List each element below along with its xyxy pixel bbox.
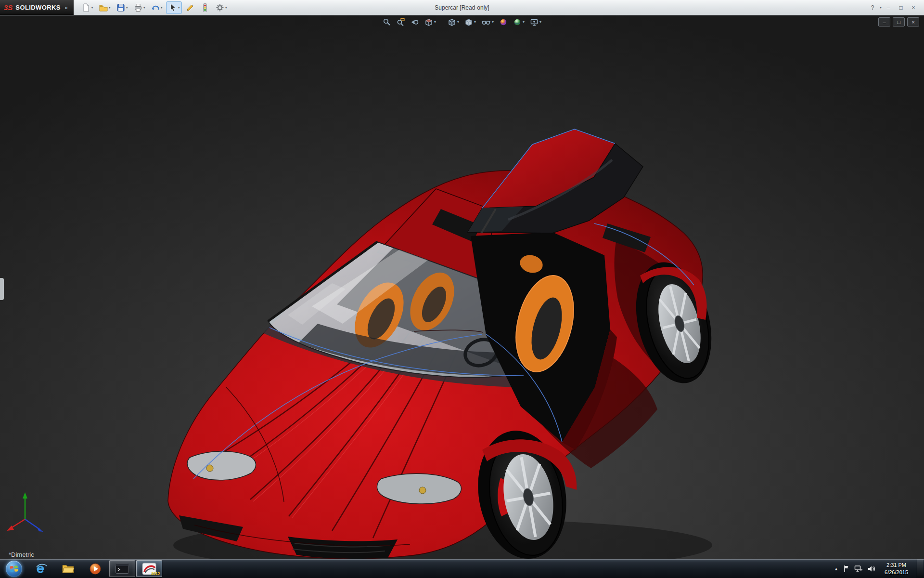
dropdown-caret[interactable]: ▾: [523, 20, 525, 24]
rebuild-button[interactable]: [198, 1, 212, 14]
display-style-button[interactable]: ▾: [463, 17, 477, 27]
dropdown-caret[interactable]: ▾: [457, 20, 459, 24]
solidworks-version-badge: 2015: [151, 571, 160, 576]
view-settings-icon: [530, 18, 539, 26]
volume-icon[interactable]: [867, 565, 876, 573]
rebuild-traffic-light-icon: [200, 3, 210, 13]
zoom-to-area-icon: [397, 18, 405, 26]
left-headlight[interactable]: [187, 451, 256, 480]
action-center-flag-icon[interactable]: [843, 565, 850, 573]
minimize-button[interactable]: –: [883, 3, 894, 13]
solidworks-window: 3S SOLIDWORKS » ▾ ▾ ▾: [0, 0, 924, 578]
undo-icon: [151, 3, 160, 13]
coordinate-triad: [7, 492, 43, 532]
taskbar-command-prompt[interactable]: [109, 560, 135, 577]
show-desktop-button[interactable]: [917, 559, 923, 578]
clock-date: 6/26/2015: [885, 569, 908, 576]
dropdown-caret[interactable]: ▾: [109, 6, 111, 10]
dropdown-caret[interactable]: ▾: [143, 6, 145, 10]
options-button[interactable]: ▾: [213, 1, 229, 14]
edit-appearance-ball-icon: [499, 18, 508, 26]
close-button[interactable]: ×: [908, 3, 919, 13]
graphics-area: ▾ ▾ ▾ ▾: [0, 15, 924, 559]
title-bar: 3S SOLIDWORKS » ▾ ▾ ▾: [0, 0, 924, 15]
sketch-pencil-icon: [185, 3, 195, 13]
feature-manager-collapsed-tab[interactable]: [0, 278, 4, 300]
supercar-model[interactable]: [168, 129, 723, 559]
display-style-icon: [464, 18, 473, 26]
open-button[interactable]: ▾: [97, 1, 113, 14]
dropdown-caret[interactable]: ▾: [126, 6, 128, 10]
sketch-button[interactable]: [183, 1, 197, 14]
dropdown-caret[interactable]: ▾: [474, 20, 476, 24]
folder-icon: [62, 564, 75, 574]
help-caret[interactable]: ▾: [880, 6, 882, 10]
command-prompt-icon: [116, 564, 129, 574]
help-button[interactable]: ?: [867, 3, 878, 13]
document-restore-button[interactable]: □: [893, 17, 905, 26]
dassault-logo-icon: 3S: [4, 3, 13, 12]
solidworks-logo[interactable]: 3S SOLIDWORKS »: [0, 0, 74, 15]
dropdown-caret[interactable]: ▾: [161, 6, 163, 10]
document-window-controls: – □ ×: [878, 17, 919, 26]
document-minimize-button[interactable]: –: [878, 17, 890, 26]
taskbar-windows-explorer[interactable]: [55, 560, 81, 577]
dropdown-caret[interactable]: ▾: [492, 20, 494, 24]
view-orientation-cube-icon: [448, 18, 456, 26]
print-icon: [133, 3, 143, 13]
section-view-button[interactable]: ▾: [424, 17, 437, 27]
document-title: Supercar [Read-only]: [435, 4, 489, 11]
hide-show-glasses-icon: [481, 18, 491, 26]
left-headlight-lens: [206, 465, 213, 472]
view-orientation-button[interactable]: ▾: [447, 17, 460, 27]
new-document-button[interactable]: ▾: [79, 1, 95, 14]
new-document-icon: [81, 3, 91, 13]
apply-scene-icon: [513, 18, 522, 26]
dropdown-caret[interactable]: ▾: [91, 6, 93, 10]
save-icon: [116, 3, 126, 13]
start-button[interactable]: [0, 559, 28, 578]
edit-appearance-button[interactable]: [498, 17, 509, 27]
brand-text: SOLIDWORKS: [15, 4, 61, 11]
windows-taskbar: 2015 ▴ 2:31 PM 6/26/2015: [0, 559, 924, 578]
taskbar-internet-explorer[interactable]: [28, 560, 54, 577]
clock-time: 2:31 PM: [885, 562, 908, 569]
save-button[interactable]: ▾: [114, 1, 130, 14]
apply-scene-button[interactable]: ▾: [512, 17, 526, 27]
zoom-to-fit-button[interactable]: [382, 17, 392, 27]
windows-orb-icon: [6, 561, 22, 577]
maximize-button[interactable]: □: [895, 3, 907, 13]
previous-view-icon: [411, 18, 419, 26]
network-icon[interactable]: [854, 565, 863, 573]
section-view-icon: [424, 18, 433, 26]
menu-expand-arrow[interactable]: »: [64, 4, 68, 11]
hidden-icons-button[interactable]: ▴: [834, 566, 839, 571]
media-player-icon: [89, 563, 102, 575]
options-gear-icon: [215, 3, 225, 13]
view-orientation-label: *Dimetric: [9, 551, 34, 558]
print-button[interactable]: ▾: [131, 1, 147, 14]
system-tray: ▴ 2:31 PM 6/26/2015: [834, 559, 924, 578]
dropdown-caret[interactable]: ▾: [178, 6, 180, 10]
view-settings-button[interactable]: ▾: [529, 17, 542, 27]
zoom-to-area-button[interactable]: [396, 17, 406, 27]
open-icon: [99, 3, 108, 13]
dropdown-caret[interactable]: ▾: [225, 6, 227, 10]
document-close-button[interactable]: ×: [907, 17, 919, 26]
hide-show-items-button[interactable]: ▾: [480, 17, 495, 27]
zoom-to-fit-icon: [383, 18, 391, 26]
dropdown-caret[interactable]: ▾: [434, 20, 436, 24]
3d-viewport[interactable]: [0, 15, 924, 559]
select-cursor-icon: [168, 3, 178, 13]
previous-view-button[interactable]: [410, 17, 420, 27]
quick-access-toolbar: ▾ ▾ ▾ ▾: [79, 1, 229, 14]
taskbar-solidworks[interactable]: 2015: [136, 560, 162, 577]
dropdown-caret[interactable]: ▾: [539, 20, 541, 24]
right-headlight[interactable]: [377, 473, 461, 504]
window-controls: ? ▾ – □ ×: [867, 3, 924, 13]
taskbar-media-player[interactable]: [82, 560, 108, 577]
taskbar-clock[interactable]: 2:31 PM 6/26/2015: [880, 562, 912, 576]
undo-button[interactable]: ▾: [149, 1, 165, 14]
right-headlight-lens: [419, 487, 426, 494]
select-button[interactable]: ▾: [166, 1, 182, 14]
